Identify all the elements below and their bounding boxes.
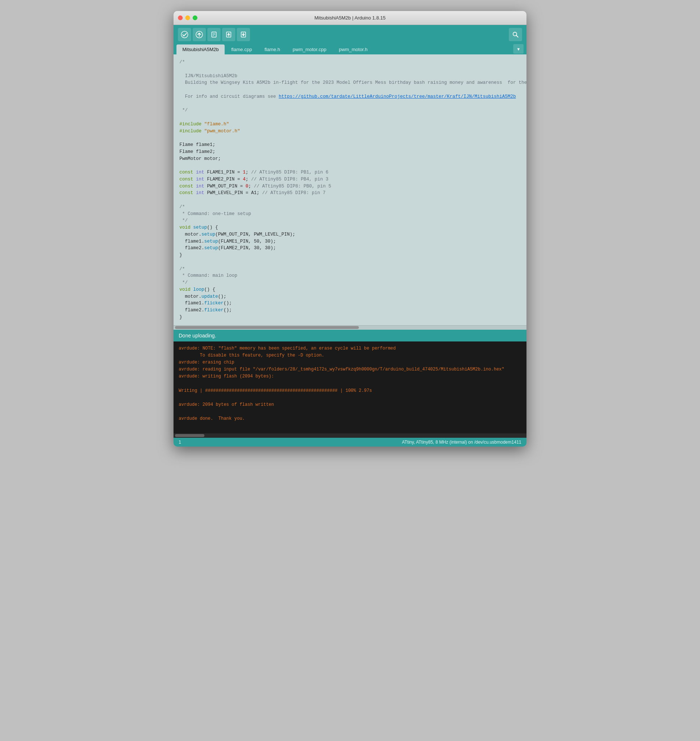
code-line (179, 100, 521, 107)
app-window: MitsubishiA5M2b | Arduino 1.8.15 (174, 11, 526, 447)
code-line: Building the Wingsey Kits A5M2b in-fligh… (179, 79, 521, 87)
status-message: Done uploading. (179, 333, 216, 338)
maximize-button[interactable] (193, 15, 197, 20)
console-line: Writing | ##############################… (179, 387, 521, 394)
search-button[interactable] (509, 28, 522, 41)
code-line: const int FLAME1_PIN = 1; // ATtiny85 DI… (179, 169, 521, 176)
scrollbar-thumb[interactable] (175, 326, 359, 329)
code-editor[interactable]: /* IJN/MitsubishiA5M2b Building the Wing… (174, 54, 526, 325)
console-line: avrdude: writing flash (2094 bytes): (179, 373, 521, 380)
code-line: */ (179, 217, 521, 224)
code-line: #include "pwm_motor.h" (179, 128, 521, 135)
console-line: To disable this feature, specify the -D … (179, 352, 521, 359)
code-line: * Command: one-time setup (179, 210, 521, 218)
code-line (179, 135, 521, 141)
code-line: flame1.setup(FLAME1_PIN, 50, 30); (179, 238, 521, 245)
code-line (179, 66, 521, 73)
console-area[interactable]: avrdude: NOTE: "flash" memory has been s… (174, 341, 526, 433)
code-line: const int PWM_OUT_PIN = 0; // ATtiny85 D… (179, 183, 521, 190)
tab-pwm-motor-cpp[interactable]: pwm_motor.cpp (287, 44, 332, 54)
code-line: const int FLAME2_PIN = 4; // ATtiny85 DI… (179, 176, 521, 183)
toolbar (174, 25, 526, 44)
tab-pwm-motor-h[interactable]: pwm_motor.h (333, 44, 374, 54)
open-button[interactable] (222, 28, 235, 41)
code-line: motor.setup(PWM_OUT_PIN, PWM_LEVEL_PIN); (179, 231, 521, 238)
code-line (179, 114, 521, 121)
code-line: /* (179, 266, 521, 273)
window-controls (178, 15, 197, 20)
code-line (179, 197, 521, 204)
code-line: PwmMotor motor; (179, 156, 521, 162)
console-line (179, 380, 521, 387)
code-line: #include "flame.h" (179, 121, 521, 128)
code-line (179, 259, 521, 266)
bottom-scrollbar-thumb[interactable] (175, 434, 204, 437)
close-button[interactable] (178, 15, 183, 20)
board-info: ATtiny, ATtiny85, 8 MHz (internal) on /d… (402, 440, 521, 445)
code-line: /* (179, 59, 521, 66)
code-line: } (179, 314, 521, 321)
code-line: void loop() { (179, 286, 521, 293)
code-line: flame2.setup(FLAME2_PIN, 30, 30); (179, 245, 521, 252)
code-line: flame1.flicker(); (179, 300, 521, 307)
bottom-scrollbar[interactable] (174, 433, 526, 438)
console-line (179, 394, 521, 401)
line-number: 1 (179, 440, 181, 445)
console-line (179, 423, 521, 430)
code-line: Flame flame1; (179, 141, 521, 148)
console-line: avrdude: NOTE: "flash" memory has been s… (179, 345, 521, 352)
tabs-dropdown-button[interactable]: ▾ (513, 44, 524, 54)
console-line (179, 408, 521, 415)
code-line: motor.update(); (179, 293, 521, 300)
code-line (179, 87, 521, 93)
title-bar: MitsubishiA5M2b | Arduino 1.8.15 (174, 11, 526, 25)
status-bar: Done uploading. (174, 330, 526, 341)
new-button[interactable] (207, 28, 221, 41)
code-line: */ (179, 279, 521, 286)
svg-line-12 (516, 36, 518, 37)
tabs-bar: MitsubishiA5M2b flame.cpp flame.h pwm_mo… (174, 44, 526, 54)
code-line: IJN/MitsubishiA5M2b (179, 73, 521, 80)
code-line: const int PWM_LEVEL_PIN = A1; // ATtiny8… (179, 190, 521, 197)
console-line: avrdude done. Thank you. (179, 415, 521, 422)
footer-bar: 1 ATtiny, ATtiny85, 8 MHz (internal) on … (174, 438, 526, 447)
tab-flame-h[interactable]: flame.h (259, 44, 286, 54)
code-line: flame2.flicker(); (179, 307, 521, 314)
minimize-button[interactable] (185, 15, 190, 20)
window-title: MitsubishiA5M2b | Arduino 1.8.15 (314, 15, 385, 21)
code-line: } (179, 252, 521, 259)
upload-button[interactable] (193, 28, 206, 41)
verify-button[interactable] (178, 28, 191, 41)
code-line: /* (179, 204, 521, 210)
svg-point-0 (181, 31, 188, 38)
save-button[interactable] (237, 28, 250, 41)
horizontal-scrollbar[interactable] (174, 325, 526, 330)
console-line: avrdude: reading input file "/var/folder… (179, 366, 521, 373)
repo-link[interactable]: https://github.com/tardate/LittleArduino… (279, 94, 516, 99)
tab-flame-cpp[interactable]: flame.cpp (225, 44, 258, 54)
console-line: avrdude: erasing chip (179, 359, 521, 366)
code-line: For info and circuit diagrams see https:… (179, 93, 521, 100)
console-line: avrdude: 2094 bytes of flash written (179, 401, 521, 408)
code-line: * Command: main loop (179, 272, 521, 279)
tab-mitsubishia5m2b[interactable]: MitsubishiA5M2b (176, 44, 225, 54)
code-line: Flame flame2; (179, 148, 521, 156)
code-line: void setup() { (179, 224, 521, 231)
code-line (179, 162, 521, 169)
code-line: */ (179, 107, 521, 114)
